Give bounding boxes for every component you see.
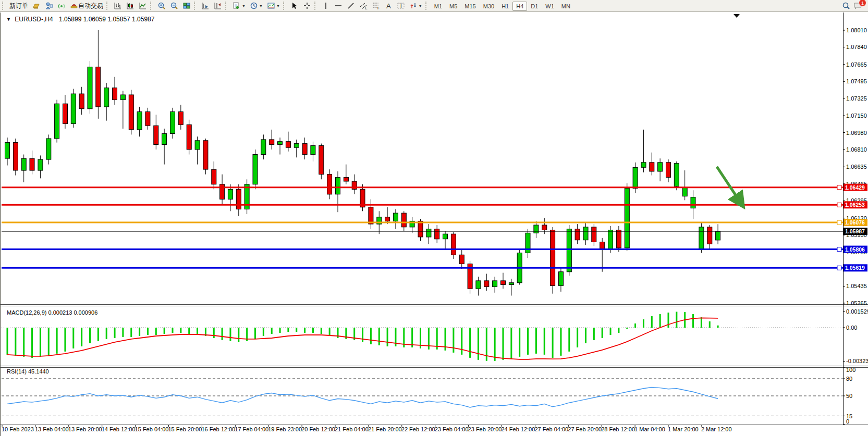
toolbar-grip[interactable] — [314, 2, 317, 10]
svg-text:1.05806: 1.05806 — [845, 246, 865, 253]
toolbar-grip[interactable] — [2, 2, 5, 10]
svg-text:1.05265: 1.05265 — [846, 300, 867, 306]
new-order-button[interactable]: 新订单 — [7, 1, 30, 11]
arrows-button[interactable]: ▼ — [407, 1, 424, 11]
svg-text:24 Feb 12:00: 24 Feb 12:00 — [502, 426, 535, 432]
svg-text:15 Feb 20:00: 15 Feb 20:00 — [168, 426, 202, 432]
line-handle[interactable] — [837, 220, 841, 225]
pane-splitter[interactable] — [0, 305, 868, 306]
trend-arrow-annotation[interactable] — [717, 167, 742, 205]
period-button[interactable]: ▼ — [248, 1, 265, 11]
candle — [484, 281, 489, 287]
zoom-in-icon — [157, 2, 166, 10]
candle — [46, 139, 51, 159]
line-handle[interactable] — [837, 247, 841, 252]
candle — [220, 184, 225, 200]
candle — [459, 255, 464, 264]
text-label-button[interactable]: T — [395, 1, 407, 11]
candle — [71, 94, 76, 123]
rsi-line — [7, 388, 718, 408]
macd-pane — [2, 312, 843, 360]
candle — [344, 177, 348, 181]
toolbar-grip[interactable] — [225, 2, 228, 10]
search-icon[interactable] — [842, 2, 850, 10]
candle — [674, 164, 679, 186]
svg-text:1.05987: 1.05987 — [845, 228, 865, 234]
candle — [542, 225, 547, 230]
timeframe-button-MN[interactable]: MN — [558, 2, 574, 11]
candle — [426, 229, 431, 237]
new-order-label: 新订单 — [9, 2, 28, 10]
zoom-out-button[interactable] — [168, 1, 180, 11]
fibonacci-button[interactable]: F — [370, 1, 382, 11]
line-handle[interactable] — [837, 266, 841, 270]
toolbar-grip[interactable] — [194, 2, 197, 10]
line-chart-button[interactable] — [137, 1, 149, 11]
toolbar-grip[interactable] — [150, 2, 153, 10]
timeframe-button-M1[interactable]: M1 — [431, 2, 446, 11]
new-chart-button[interactable]: ▼ — [230, 1, 248, 11]
pane-splitter[interactable] — [0, 366, 868, 368]
chart-shift-marker[interactable] — [733, 14, 740, 18]
trendline-button[interactable] — [345, 1, 357, 11]
time-axis[interactable]: 10 Feb 202313 Feb 04:0013 Feb 20:0014 Fe… — [2, 425, 732, 432]
timeframe-button-H1[interactable]: H1 — [498, 2, 512, 11]
timeframe-button-D1[interactable]: D1 — [527, 2, 542, 11]
candle — [682, 188, 687, 196]
timeframe-button-M15[interactable]: M15 — [461, 2, 479, 11]
terminal-button[interactable] — [43, 1, 55, 11]
vertical-line-button[interactable] — [320, 1, 332, 11]
svg-text:19 Feb 23:00: 19 Feb 23:00 — [268, 426, 302, 432]
svg-text:1 Mar 20:00: 1 Mar 20:00 — [668, 426, 699, 432]
candle — [104, 88, 109, 107]
candle — [113, 88, 117, 100]
horizontal-level-line[interactable] — [2, 247, 843, 252]
candle — [509, 283, 514, 285]
timeframe-button-M30[interactable]: M30 — [480, 2, 498, 11]
cursor-button[interactable] — [288, 1, 301, 11]
timeframe-button-H4[interactable]: H4 — [512, 2, 527, 11]
horizontal-level-line[interactable] — [2, 203, 843, 207]
svg-text:1.05619: 1.05619 — [845, 265, 865, 271]
svg-text:21 Feb 20:00: 21 Feb 20:00 — [368, 426, 402, 432]
autotrading-button[interactable]: 自动交易 — [68, 1, 105, 11]
horizontal-level-line[interactable] — [2, 185, 843, 190]
toolbar-grip[interactable] — [106, 2, 109, 10]
indicator-window-button[interactable] — [199, 1, 212, 11]
candle — [79, 94, 84, 109]
svg-text:1.05435: 1.05435 — [846, 283, 867, 289]
toolbar-grip[interactable] — [283, 2, 286, 10]
candle — [270, 140, 274, 145]
candle — [203, 141, 208, 169]
chart-canvas[interactable]: 1.080101.078401.076651.074951.073251.071… — [0, 0, 868, 436]
text-button[interactable]: A — [382, 1, 395, 11]
line-handle[interactable] — [837, 203, 841, 207]
equidistant-channel-button[interactable]: E — [357, 1, 370, 11]
candle — [691, 197, 695, 208]
timeframe-button-M5[interactable]: M5 — [446, 2, 461, 11]
crosshair-button[interactable] — [301, 1, 313, 11]
signals-button[interactable] — [55, 1, 68, 11]
svg-text:0: 0 — [846, 418, 849, 425]
toolbar-grip[interactable] — [425, 2, 429, 10]
market-depth-button[interactable] — [30, 1, 43, 11]
bar-chart-button[interactable] — [112, 1, 124, 11]
candle — [170, 112, 175, 134]
candle — [88, 67, 92, 109]
notifications-button[interactable]: 1 — [853, 2, 863, 10]
line-handle[interactable] — [837, 185, 841, 190]
horizontal-level-line[interactable] — [2, 266, 843, 270]
template-button[interactable]: ▼ — [265, 1, 282, 11]
candle — [55, 104, 59, 139]
collapse-triangle-icon[interactable]: ▼ — [6, 17, 11, 22]
tile-windows-button[interactable] — [180, 1, 193, 11]
candle — [551, 230, 555, 286]
candlestick-chart-button[interactable] — [124, 1, 137, 11]
horizontal-line-button[interactable] — [332, 1, 345, 11]
svg-text:1.06429: 1.06429 — [845, 184, 865, 191]
timeframe-button-W1[interactable]: W1 — [542, 2, 558, 11]
price-axis[interactable]: 1.080101.078401.076651.074951.073251.071… — [843, 13, 868, 425]
candle — [393, 213, 398, 221]
indicator-list-button[interactable] — [212, 1, 224, 11]
zoom-in-button[interactable] — [155, 1, 168, 11]
